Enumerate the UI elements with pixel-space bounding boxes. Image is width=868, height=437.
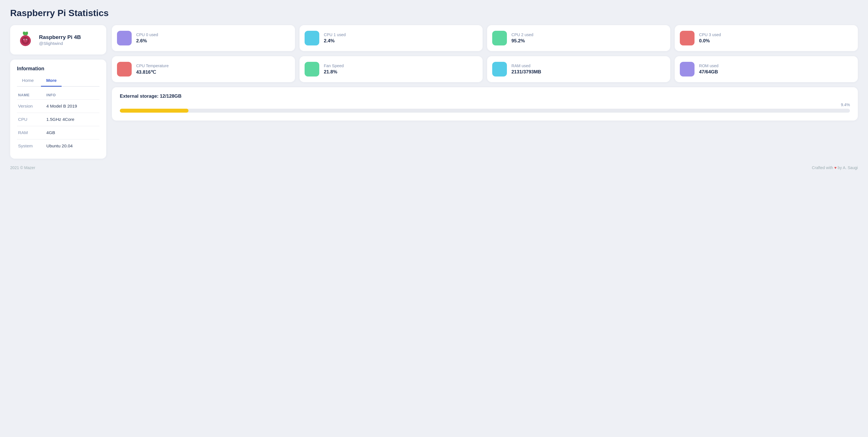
storage-percent: 9.4% [120, 102, 850, 107]
storage-bar-background [120, 109, 850, 113]
cpu-stats-row: CPU 0 used 2.6% CPU 1 used 2.4% CPU 2 us… [112, 25, 858, 51]
stat-card-cpu1: CPU 1 used 2.4% [300, 25, 483, 51]
rom-info: ROM used 47/64GB [699, 64, 718, 75]
fan_speed-label: Fan Speed [324, 64, 344, 68]
table-row: Version 4 Model B 2019 [17, 100, 99, 113]
col-info: INFO [45, 92, 99, 100]
cpu3-info: CPU 3 used 0.0% [699, 32, 721, 44]
cpu_temp-info: CPU Temperature 43.816℃ [136, 64, 169, 75]
ram-value: 2131/3793MB [512, 69, 541, 75]
storage-card: External storage: 12/128GB 9.4% [112, 87, 858, 121]
information-card: Information Home More NAME INFO Version … [10, 60, 106, 159]
fan_speed-icon [305, 62, 319, 76]
cpu0-icon [117, 31, 132, 45]
cpu1-info: CPU 1 used 2.4% [324, 32, 346, 44]
heart-icon: ♥ [834, 165, 836, 170]
ram-icon [492, 62, 507, 76]
table-row: CPU 1.5GHz 4Core [17, 113, 99, 126]
stat-card-cpu2: CPU 2 used 95.2% [487, 25, 670, 51]
footer-left: 2021 © Mazer [10, 165, 35, 170]
col-name: NAME [17, 92, 45, 100]
right-column: CPU 0 used 2.6% CPU 1 used 2.4% CPU 2 us… [112, 25, 858, 159]
storage-title: External storage: 12/128GB [120, 94, 850, 99]
page-title: Raspberry Pi Statistics [10, 8, 858, 19]
footer-right: Crafted with ♥ by A. Saugi [812, 165, 858, 170]
cpu0-info: CPU 0 used 2.6% [136, 32, 158, 44]
row-name: System [17, 139, 45, 153]
device-user: @Slightwind [39, 41, 81, 46]
device-info: Raspberry Pi 4B @Slightwind [39, 34, 81, 46]
rom-label: ROM used [699, 64, 718, 68]
cpu1-value: 2.4% [324, 38, 346, 44]
stat-card-cpu_temp: CPU Temperature 43.816℃ [112, 56, 295, 82]
cpu0-label: CPU 0 used [136, 32, 158, 37]
cpu_temp-label: CPU Temperature [136, 64, 169, 68]
rom-value: 47/64GB [699, 69, 718, 75]
svg-point-9 [27, 39, 27, 40]
cpu3-icon [680, 31, 694, 45]
footer-crafted-suffix: by A. Saugi [838, 165, 858, 170]
stat-card-cpu0: CPU 0 used 2.6% [112, 25, 295, 51]
storage-bar-fill [120, 109, 188, 113]
svg-point-8 [24, 39, 25, 40]
cpu2-value: 95.2% [512, 38, 533, 44]
system-stats-row: CPU Temperature 43.816℃ Fan Speed 21.8% … [112, 56, 858, 82]
info-tabs: Home More [17, 76, 99, 87]
ram-info: RAM used 2131/3793MB [512, 64, 541, 75]
row-info: 1.5GHz 4Core [45, 113, 99, 126]
cpu2-label: CPU 2 used [512, 32, 533, 37]
fan_speed-value: 21.8% [324, 69, 344, 75]
device-name: Raspberry Pi 4B [39, 34, 81, 40]
cpu2-icon [492, 31, 507, 45]
info-table: NAME INFO Version 4 Model B 2019 CPU 1.5… [17, 92, 99, 153]
cpu2-info: CPU 2 used 95.2% [512, 32, 533, 44]
tab-home[interactable]: Home [17, 76, 39, 87]
stat-card-rom: ROM used 47/64GB [675, 56, 858, 82]
raspberry-pi-logo [17, 31, 34, 48]
footer: 2021 © Mazer Crafted with ♥ by A. Saugi [10, 165, 858, 170]
fan_speed-info: Fan Speed 21.8% [324, 64, 344, 75]
footer-crafted-prefix: Crafted with [812, 165, 833, 170]
cpu3-value: 0.0% [699, 38, 721, 44]
row-info: 4 Model B 2019 [45, 100, 99, 113]
cpu1-icon [305, 31, 319, 45]
cpu_temp-value: 43.816℃ [136, 69, 169, 75]
device-card: Raspberry Pi 4B @Slightwind [10, 25, 106, 55]
info-section-title: Information [17, 66, 99, 72]
table-row: System Ubuntu 20.04 [17, 139, 99, 153]
stat-card-ram: RAM used 2131/3793MB [487, 56, 670, 82]
row-name: RAM [17, 126, 45, 139]
main-grid: Raspberry Pi 4B @Slightwind Information … [10, 25, 858, 159]
row-name: Version [17, 100, 45, 113]
row-name: CPU [17, 113, 45, 126]
row-info: 4GB [45, 126, 99, 139]
stat-card-cpu3: CPU 3 used 0.0% [675, 25, 858, 51]
cpu3-label: CPU 3 used [699, 32, 721, 37]
row-info: Ubuntu 20.04 [45, 139, 99, 153]
left-column: Raspberry Pi 4B @Slightwind Information … [10, 25, 106, 159]
stat-card-fan_speed: Fan Speed 21.8% [300, 56, 483, 82]
cpu1-label: CPU 1 used [324, 32, 346, 37]
rom-icon [680, 62, 694, 76]
tab-more[interactable]: More [41, 76, 62, 87]
ram-label: RAM used [512, 64, 541, 68]
cpu_temp-icon [117, 62, 132, 76]
cpu0-value: 2.6% [136, 38, 158, 44]
table-row: RAM 4GB [17, 126, 99, 139]
